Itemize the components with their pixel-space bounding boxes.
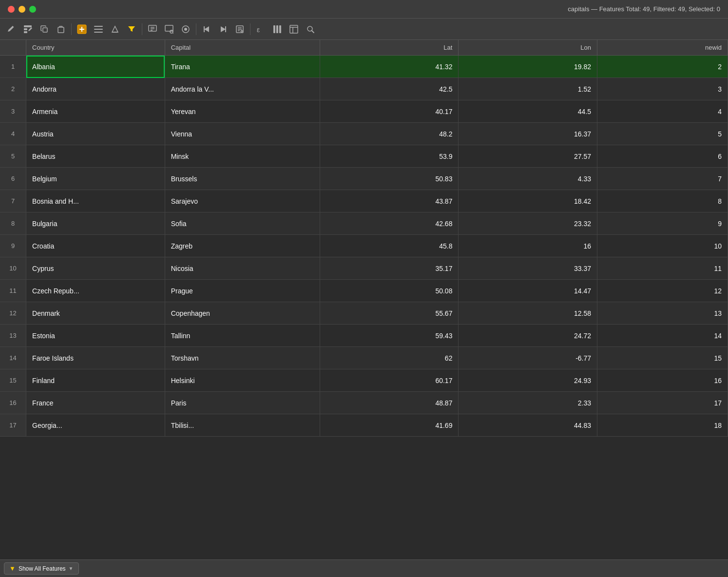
cell-lon[interactable]: 19.82 (459, 56, 597, 78)
copy-button[interactable] (37, 22, 52, 37)
cell-country[interactable]: Faroe Islands (26, 347, 165, 369)
cell-capital[interactable]: Vienna (165, 123, 320, 145)
cell-capital[interactable]: Brussels (165, 168, 320, 190)
cell-country[interactable]: Georgia... (26, 414, 165, 437)
cell-capital[interactable]: Minsk (165, 145, 320, 168)
zoom-selected-button[interactable] (145, 22, 160, 37)
header-country[interactable]: Country (26, 40, 165, 56)
cell-capital[interactable]: Helsinki (165, 369, 320, 392)
table-edit-button[interactable] (20, 22, 35, 37)
maximize-button[interactable] (29, 6, 36, 13)
cell-newid[interactable]: 17 (597, 392, 728, 414)
cell-newid[interactable]: 2 (597, 56, 728, 78)
close-button[interactable] (8, 6, 15, 13)
cell-lon[interactable]: 14.47 (459, 280, 597, 302)
cell-lat[interactable]: 60.17 (320, 369, 459, 392)
cell-country[interactable]: Albania (26, 56, 165, 78)
cell-country[interactable]: Denmark (26, 302, 165, 325)
cell-lat[interactable]: 35.17 (320, 257, 459, 280)
cell-country[interactable]: Austria (26, 123, 165, 145)
add-feature-button[interactable] (75, 22, 89, 37)
cell-capital[interactable]: Sofia (165, 212, 320, 235)
cell-capital[interactable]: Tirana (165, 56, 320, 78)
table-row[interactable]: 11Czech Repub...Prague50.0814.4712 (0, 280, 728, 302)
cell-lon[interactable]: 16 (459, 235, 597, 257)
minimize-button[interactable] (19, 6, 25, 13)
cell-newid[interactable]: 4 (597, 100, 728, 123)
cell-lon[interactable]: 24.72 (459, 325, 597, 347)
cell-lat[interactable]: 48.87 (320, 392, 459, 414)
cell-country[interactable]: Andorra (26, 78, 165, 100)
table-row[interactable]: 12DenmarkCopenhagen55.6712.5813 (0, 302, 728, 325)
cell-lon[interactable]: 16.37 (459, 123, 597, 145)
cell-newid[interactable]: 3 (597, 78, 728, 100)
cell-newid[interactable]: 16 (597, 369, 728, 392)
cell-lon[interactable]: 18.42 (459, 190, 597, 212)
paste-button[interactable] (54, 22, 68, 37)
next-row-button[interactable] (216, 22, 230, 37)
cell-lat[interactable]: 45.8 (320, 235, 459, 257)
cell-country[interactable]: Croatia (26, 235, 165, 257)
table-row[interactable]: 1AlbaniaTirana41.3219.822 (0, 56, 728, 78)
cell-country[interactable]: Czech Repub... (26, 280, 165, 302)
cell-capital[interactable]: Nicosia (165, 257, 320, 280)
cell-lon[interactable]: 4.33 (459, 168, 597, 190)
table-row[interactable]: 3ArmeniaYerevan40.1744.54 (0, 100, 728, 123)
cell-newid[interactable]: 8 (597, 190, 728, 212)
table-row[interactable]: 2AndorraAndorra la V...42.51.523 (0, 78, 728, 100)
zoom-map-button[interactable] (162, 22, 176, 37)
pencil-button[interactable] (4, 22, 19, 37)
show-all-features-button[interactable]: ▼ Show All Features ▼ (4, 562, 79, 575)
cell-capital[interactable]: Tbilisi... (165, 414, 320, 437)
cell-country[interactable]: France (26, 392, 165, 414)
cell-newid[interactable]: 6 (597, 145, 728, 168)
triangle-button[interactable] (108, 22, 122, 37)
cell-capital[interactable]: Copenhagen (165, 302, 320, 325)
cell-lon[interactable]: 44.83 (459, 414, 597, 437)
table-row[interactable]: 14Faroe IslandsTorshavn62-6.7715 (0, 347, 728, 369)
table-row[interactable]: 8BulgariaSofia42.6823.329 (0, 212, 728, 235)
table-row[interactable]: 16FranceParis48.872.3317 (0, 392, 728, 414)
cell-lon[interactable]: 23.32 (459, 212, 597, 235)
cell-lat[interactable]: 50.83 (320, 168, 459, 190)
cell-capital[interactable]: Tallinn (165, 325, 320, 347)
cell-newid[interactable]: 10 (597, 235, 728, 257)
cell-newid[interactable]: 14 (597, 325, 728, 347)
cell-newid[interactable]: 12 (597, 280, 728, 302)
table-row[interactable]: 13EstoniaTallinn59.4324.7214 (0, 325, 728, 347)
header-lat[interactable]: Lat (320, 40, 459, 56)
cell-newid[interactable]: 18 (597, 414, 728, 437)
cell-lon[interactable]: 44.5 (459, 100, 597, 123)
cell-lon[interactable]: 12.58 (459, 302, 597, 325)
cell-newid[interactable]: 9 (597, 212, 728, 235)
flash-button[interactable] (178, 22, 193, 37)
cell-capital[interactable]: Sarajevo (165, 190, 320, 212)
table-row[interactable]: 6BelgiumBrussels50.834.337 (0, 168, 728, 190)
table-row[interactable]: 17Georgia...Tbilisi...41.6944.8318 (0, 414, 728, 437)
cell-lon[interactable]: -6.77 (459, 347, 597, 369)
cell-country[interactable]: Finland (26, 369, 165, 392)
cell-lon[interactable]: 24.93 (459, 369, 597, 392)
cell-country[interactable]: Bulgaria (26, 212, 165, 235)
cell-lat[interactable]: 53.9 (320, 145, 459, 168)
cell-lon[interactable]: 2.33 (459, 392, 597, 414)
cell-country[interactable]: Belgium (26, 168, 165, 190)
table-options-button[interactable] (287, 22, 301, 37)
cell-lat[interactable]: 40.17 (320, 100, 459, 123)
cell-country[interactable]: Belarus (26, 145, 165, 168)
table-row[interactable]: 7Bosnia and H...Sarajevo43.8718.428 (0, 190, 728, 212)
cell-capital[interactable]: Paris (165, 392, 320, 414)
table-row[interactable]: 9CroatiaZagreb45.81610 (0, 235, 728, 257)
table-row[interactable]: 15FinlandHelsinki60.1724.9316 (0, 369, 728, 392)
prev-row-button[interactable] (199, 22, 214, 37)
table-row[interactable]: 5BelarusMinsk53.927.576 (0, 145, 728, 168)
cell-lat[interactable]: 48.2 (320, 123, 459, 145)
cell-capital[interactable]: Prague (165, 280, 320, 302)
cell-capital[interactable]: Andorra la V... (165, 78, 320, 100)
cell-lat[interactable]: 41.69 (320, 414, 459, 437)
cell-capital[interactable]: Zagreb (165, 235, 320, 257)
cell-lat[interactable]: 43.87 (320, 190, 459, 212)
cell-lat[interactable]: 59.43 (320, 325, 459, 347)
columns-button[interactable] (270, 22, 285, 37)
cell-lat[interactable]: 42.68 (320, 212, 459, 235)
